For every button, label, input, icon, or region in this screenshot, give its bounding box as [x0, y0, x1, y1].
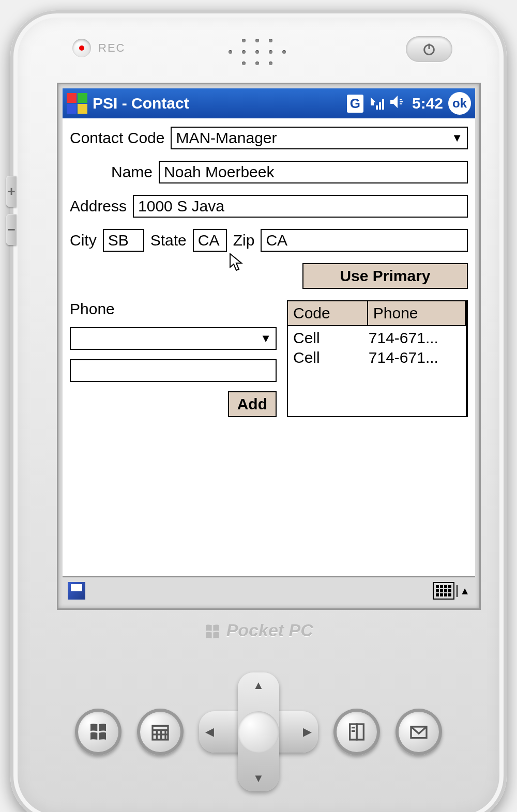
chevron-down-icon: ▼ — [260, 332, 271, 345]
dpad-left-button[interactable]: ◀ — [205, 725, 214, 739]
ok-button[interactable]: ok — [448, 92, 471, 115]
contacts-button[interactable] — [333, 709, 380, 755]
state-label: State — [150, 232, 187, 249]
speaker-grille — [229, 39, 288, 68]
hardware-buttons: ▲ ▼ ◀ ▶ — [10, 672, 507, 791]
phone-label: Phone — [70, 300, 277, 318]
calendar-button[interactable] — [137, 709, 184, 755]
mail-button[interactable] — [396, 709, 442, 755]
app-title: PSI - Contact — [93, 95, 189, 112]
svg-rect-12 — [357, 724, 363, 740]
contact-code-label: Contact Code — [70, 129, 164, 147]
svg-rect-3 — [379, 102, 381, 110]
dpad-right-button[interactable]: ▶ — [303, 725, 312, 739]
home-button[interactable] — [75, 709, 121, 755]
keyboard-icon — [433, 582, 454, 600]
table-row[interactable]: Cell 714-671... — [293, 348, 461, 367]
screen-bezel: PSI - Contact G 5:42 ok Contact Code MAN… — [57, 83, 481, 610]
save-icon[interactable] — [68, 582, 85, 600]
titlebar: PSI - Contact G 5:42 ok — [63, 88, 475, 118]
contact-code-select[interactable]: MAN-Manager ▼ — [171, 127, 468, 149]
bottom-toolbar: ▲ — [63, 576, 475, 604]
connection-g-icon[interactable]: G — [347, 95, 363, 113]
contact-code-value: MAN-Manager — [176, 129, 451, 147]
device-top-panel: REC — [10, 10, 507, 83]
device-brand: Pocket PC — [10, 620, 507, 640]
use-primary-button[interactable]: Use Primary — [302, 263, 468, 289]
table-row[interactable]: Cell 714-671... — [293, 328, 461, 348]
volume-rocker: + − — [6, 176, 17, 245]
volume-icon[interactable] — [389, 95, 407, 113]
zip-label: Zip — [233, 232, 255, 249]
power-button[interactable] — [406, 36, 452, 62]
dpad-center-button[interactable] — [238, 711, 279, 753]
chevron-up-icon: ▲ — [457, 585, 470, 597]
name-label: Name — [111, 163, 153, 181]
start-icon[interactable] — [67, 93, 87, 114]
table-header: Code Phone — [288, 301, 466, 326]
zip-field[interactable] — [261, 229, 468, 252]
keyboard-toggle[interactable]: ▲ — [433, 582, 470, 600]
cell-phone: 714-671... — [369, 348, 461, 367]
chevron-down-icon: ▼ — [451, 131, 463, 145]
svg-rect-2 — [376, 105, 378, 110]
cell-phone: 714-671... — [369, 328, 461, 348]
screen: PSI - Contact G 5:42 ok Contact Code MAN… — [63, 88, 475, 604]
phone-number-field[interactable] — [70, 359, 277, 382]
dpad-up-button[interactable]: ▲ — [253, 679, 264, 692]
svg-rect-4 — [382, 99, 384, 110]
col-phone[interactable]: Phone — [368, 301, 466, 326]
address-field[interactable] — [133, 195, 468, 218]
dpad: ▲ ▼ ◀ ▶ — [199, 672, 318, 791]
record-led — [72, 39, 91, 57]
record-label: REC — [98, 41, 125, 55]
signal-icon[interactable] — [369, 96, 384, 111]
phone-type-select[interactable]: ▼ — [70, 327, 277, 350]
form-area: Contact Code MAN-Manager ▼ Name Address … — [63, 118, 475, 576]
col-code[interactable]: Code — [288, 301, 368, 326]
state-field[interactable] — [193, 229, 227, 252]
dpad-down-button[interactable]: ▼ — [253, 772, 264, 785]
city-field[interactable] — [103, 229, 144, 252]
cursor-icon — [229, 253, 244, 276]
clock[interactable]: 5:42 — [412, 95, 443, 112]
add-button[interactable]: Add — [228, 391, 277, 417]
phone-table[interactable]: Code Phone Cell 714-671... Cell 714-671.… — [287, 300, 468, 417]
city-label: City — [70, 232, 97, 249]
address-label: Address — [70, 197, 127, 215]
volume-down-button[interactable]: − — [6, 214, 17, 245]
cell-code: Cell — [293, 328, 369, 348]
volume-up-button[interactable]: + — [6, 176, 17, 207]
cell-code: Cell — [293, 348, 369, 367]
name-field[interactable] — [159, 161, 468, 183]
pda-device: REC + − PSI - Contact G — [10, 10, 507, 812]
